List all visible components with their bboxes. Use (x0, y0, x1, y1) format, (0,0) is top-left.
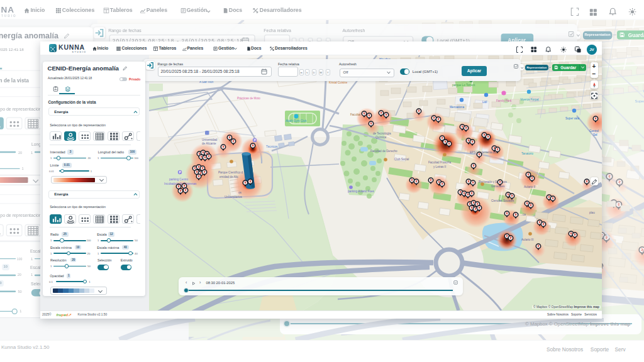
svg-text:Aulario II: Aulario II (524, 185, 535, 189)
svg-text:Facultad F.losofía: Facultad F.losofía (428, 161, 451, 164)
svg-text:parking Centro: parking Centro (169, 178, 189, 181)
svg-text:A San Vicn: A San Vicn (199, 80, 214, 84)
svg-text:Técnicos: Técnicos (266, 145, 278, 148)
svg-text:Universidad: Universidad (202, 138, 218, 141)
svg-text:Parque Científico d: Parque Científico d (218, 171, 243, 174)
svg-text:os: os (238, 191, 242, 194)
svg-text:Tanatorio: Tanatorio (521, 152, 533, 155)
svg-text:de Tecnología: de Tecnología (373, 132, 391, 135)
svg-text:Viveros Forpal: Viveros Forpal (520, 98, 539, 101)
svg-text:Química: Química (375, 136, 387, 139)
svg-text:Generales: Generales (491, 185, 505, 188)
svg-text:Prácticas de Moto: Prácticas de Moto (237, 97, 260, 100)
svg-text:Kristal Cuisine: Kristal Cuisine (329, 81, 348, 84)
svg-text:Club Social: Club Social (394, 158, 409, 161)
svg-text:Super vala: Super vala (565, 117, 579, 120)
svg-text:de Alicante: de Alicante (202, 142, 216, 145)
svg-text:Universitarios: Universitarios (225, 195, 243, 199)
svg-text:Sal: Sal (593, 133, 597, 136)
svg-text:EPS I, Ingeniería civil: EPS I, Ingeniería civil (470, 151, 497, 154)
svg-text:Control: Control (589, 129, 599, 133)
svg-text:Family Park: Family Park (496, 99, 512, 102)
svg-text:parking Aulario Foes: parking Aulario Foes (348, 190, 375, 193)
svg-text:Lidl: Lidl (482, 101, 487, 104)
svg-text:ersidad de Alic: ersidad de Alic (219, 175, 239, 178)
svg-text:Mercadona: Mercadona (450, 106, 464, 109)
svg-text:Facultad de Derecho: Facultad de Derecho (370, 150, 397, 153)
svg-text:y Letras II: y Letras II (433, 165, 446, 168)
svg-text:Altafit Gym Club: Altafit Gym Club (286, 119, 307, 123)
svg-text:parque Lo Torrent: parque Lo Torrent (452, 84, 475, 87)
svg-text:Facultat: Facultat (350, 113, 361, 116)
svg-text:Aulario III: Aulario III (521, 238, 533, 241)
svg-text:Ciencias Sociales: Ciencias Sociales (491, 199, 514, 202)
svg-text:plau: plau (589, 211, 595, 214)
